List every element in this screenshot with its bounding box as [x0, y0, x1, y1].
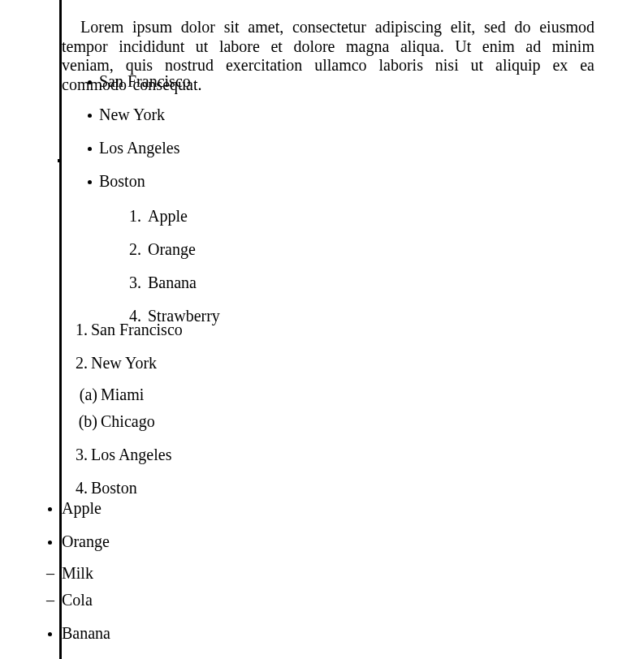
- item-text: Banana: [62, 624, 110, 642]
- item-text: Orange: [148, 240, 196, 258]
- item-text: Apple: [148, 207, 188, 225]
- item-number: 2.: [127, 239, 141, 260]
- list-item: 4.Boston: [91, 478, 644, 498]
- item-number: 1.: [127, 206, 141, 226]
- item-text: Boston: [91, 479, 137, 497]
- item-label: (b): [76, 411, 97, 432]
- list-item: Apple: [62, 498, 644, 519]
- list-item: (b)Chicago: [101, 411, 644, 432]
- list-item: 1.Apple: [127, 206, 644, 226]
- item-number: 1.: [71, 320, 88, 340]
- numbered-list-cities: 1.San Francisco 2.New York (a)Miami (b)C…: [0, 320, 644, 498]
- bullet-list-fruits-outer: Apple Orange Milk Cola Banana Strawberry: [0, 498, 644, 659]
- list-item: New York: [99, 105, 644, 125]
- item-text: Miami: [101, 385, 144, 403]
- list-item: 3.Los Angeles: [91, 445, 644, 465]
- item-text: Orange: [62, 532, 110, 550]
- list-item: Cola: [62, 590, 644, 610]
- numbered-list-fruits: 1.Apple 2.Orange 3.Banana 4.Strawberry: [127, 206, 644, 326]
- item-number: 3.: [127, 273, 141, 293]
- list-item: San Francisco: [99, 71, 644, 92]
- item-number: 3.: [71, 445, 88, 465]
- item-text: Los Angeles: [99, 139, 179, 157]
- item-number: 4.: [71, 478, 88, 498]
- item-text: San Francisco: [91, 321, 183, 338]
- item-text: Cola: [62, 591, 93, 609]
- item-text: Banana: [148, 274, 197, 291]
- list-item: 2.Orange: [127, 239, 644, 260]
- latex-page: { "paragraph": "Lorem ipsum dolor sit am…: [0, 0, 644, 659]
- list-item: Boston 1.Apple 2.Orange 3.Banana 4.Straw…: [99, 171, 644, 326]
- list-item: 3.Banana: [127, 273, 644, 293]
- list-item: Milk: [62, 563, 644, 584]
- item-text: Milk: [62, 564, 93, 582]
- bullet-list-cities: San Francisco New York Los Angeles Bosto…: [0, 71, 644, 326]
- item-text: Apple: [62, 499, 102, 517]
- dash-sublist: Milk Cola: [62, 563, 644, 610]
- list-item: Banana: [62, 623, 644, 644]
- list-item: 2.New York (a)Miami (b)Chicago: [91, 353, 644, 432]
- item-text: Chicago: [101, 412, 155, 430]
- item-text: Los Angeles: [91, 446, 171, 463]
- item-text: Boston: [99, 172, 145, 190]
- item-text: San Francisco: [99, 72, 191, 90]
- item-label: (a): [76, 385, 97, 405]
- list-item: Los Angeles: [99, 138, 644, 158]
- item-number: 2.: [71, 353, 88, 373]
- list-item: 1.San Francisco: [91, 320, 644, 340]
- alpha-sublist: (a)Miami (b)Chicago: [101, 385, 644, 432]
- item-text: New York: [99, 106, 165, 123]
- list-item: (a)Miami: [101, 385, 644, 405]
- list-item: Orange Milk Cola: [62, 532, 644, 610]
- item-text: New York: [91, 354, 157, 372]
